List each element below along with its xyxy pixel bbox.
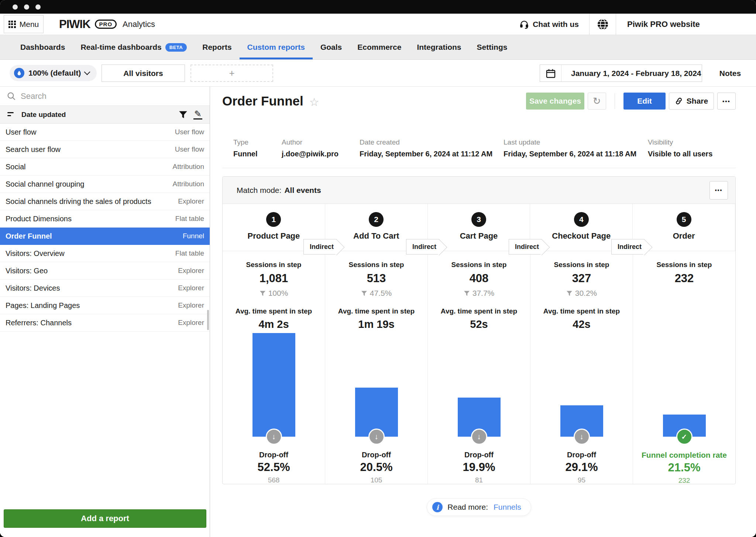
filter-icon[interactable] xyxy=(179,111,188,119)
brand-logo: PIWIK PRO Analytics xyxy=(59,14,155,35)
segment-all-visitors[interactable]: All visitors xyxy=(102,65,185,82)
headset-icon xyxy=(519,20,529,29)
window-control-close[interactable] xyxy=(13,4,18,10)
tab-realtime-dashboards[interactable]: Real-time dashboardsBETA xyxy=(73,35,195,59)
connector-indirect: Indirect xyxy=(611,239,645,254)
add-segment-button[interactable]: + xyxy=(190,65,273,82)
connector-indirect: Indirect xyxy=(509,239,542,254)
sort-label[interactable]: Date updated xyxy=(21,111,66,119)
window-control-minimize[interactable] xyxy=(24,4,29,10)
report-list-item[interactable]: Order Funnel Funnel xyxy=(0,228,210,245)
website-label: Piwik PRO website xyxy=(616,14,700,35)
report-search[interactable]: Search xyxy=(0,87,210,106)
report-list-item[interactable]: Visitors: Overview Flat table xyxy=(0,245,210,262)
reset-icon: ↻ xyxy=(593,96,601,107)
step-number: 1 xyxy=(266,212,281,227)
sessions-value: 408 xyxy=(428,272,530,285)
funnel-column-2: Sessions in step 513 47.5% Avg. time spe… xyxy=(325,251,428,437)
step-header-2: 2Add To Cart xyxy=(325,204,427,241)
edit-pencil-icon[interactable]: ✎ xyxy=(193,110,202,119)
menu-button[interactable]: Menu xyxy=(4,15,44,33)
report-list-item[interactable]: User flow User flow xyxy=(0,124,210,141)
report-list-item[interactable]: Product Dimensions Flat table xyxy=(0,210,210,228)
step-number: 5 xyxy=(677,212,691,227)
date-range-label: January 1, 2024 - February 18, 2024 xyxy=(561,65,701,82)
report-type: User flow xyxy=(175,145,204,153)
funnel-icon xyxy=(361,291,367,296)
more-actions-button[interactable]: ••• xyxy=(717,93,736,110)
meta-last-update: Last updateFriday, September 6, 2024 at … xyxy=(504,138,636,158)
app-window: Menu PIWIK PRO Analytics Chat with us xyxy=(0,0,756,537)
save-changes-button[interactable]: Save changes xyxy=(526,93,584,110)
report-sidebar: Search Date updated ✎ User flow User flo… xyxy=(0,87,210,537)
report-list-item[interactable]: Social Attribution xyxy=(0,158,210,176)
report-type: Explorer xyxy=(178,197,204,205)
report-type: Attribution xyxy=(172,180,204,188)
share-button[interactable]: Share xyxy=(669,93,714,110)
report-list-item[interactable]: Search user flow User flow xyxy=(0,141,210,158)
tab-ecommerce[interactable]: Ecommerce xyxy=(350,35,409,59)
tab-settings[interactable]: Settings xyxy=(469,35,515,59)
step-number: 4 xyxy=(574,212,589,227)
tab-custom-reports[interactable]: Custom reports xyxy=(240,35,313,59)
sidebar-scrollbar[interactable] xyxy=(207,310,209,330)
brand-pro-badge: PRO xyxy=(95,20,117,29)
sessions-value: 327 xyxy=(530,272,633,285)
connector-indirect: Indirect xyxy=(303,239,337,254)
link-icon xyxy=(675,97,683,105)
panel-more-button[interactable]: ••• xyxy=(709,181,728,200)
report-type: Attribution xyxy=(172,163,204,171)
step-header-1: 1Product Page xyxy=(223,204,325,241)
chat-with-us-button[interactable]: Chat with us xyxy=(509,14,589,35)
funnel-bar xyxy=(252,333,295,437)
funnels-link[interactable]: Funnels xyxy=(494,503,521,512)
window-control-zoom[interactable] xyxy=(35,4,41,10)
sessions-value: 513 xyxy=(325,272,427,285)
avg-time-value: 42s xyxy=(530,318,633,330)
report-name: Pages: Landing Pages xyxy=(6,301,80,310)
edit-button[interactable]: Edit xyxy=(623,93,666,110)
read-more-text: Read more: xyxy=(447,503,488,512)
sample-label: 100% (default) xyxy=(28,69,81,77)
read-more-pill: i Read more: Funnels xyxy=(427,498,531,516)
info-icon: i xyxy=(432,502,443,512)
match-mode-bar: Match mode:All events ••• xyxy=(223,177,735,204)
traffic-sample-dropdown[interactable]: 100% (default) xyxy=(10,65,97,81)
tab-reports[interactable]: Reports xyxy=(195,35,239,59)
report-list-item[interactable]: Visitors: Devices Explorer xyxy=(0,280,210,297)
window-titlebar xyxy=(0,0,756,14)
chevron-down-icon xyxy=(84,69,90,75)
report-name: Order Funnel xyxy=(6,232,52,240)
add-report-button[interactable]: Add a report xyxy=(4,509,206,528)
reset-icon-button[interactable]: ↻ xyxy=(588,93,606,110)
notes-button[interactable]: Notes xyxy=(706,65,754,82)
chat-label: Chat with us xyxy=(533,20,579,29)
dropoff-arrow-icon: ↓ xyxy=(266,429,282,445)
report-list-item[interactable]: Social channel grouping Attribution xyxy=(0,176,210,193)
funnel-icon xyxy=(464,291,470,296)
report-list-item[interactable]: Pages: Landing Pages Explorer xyxy=(0,297,210,314)
sort-icon[interactable] xyxy=(7,111,16,118)
report-list-item[interactable]: Social channels driving the sales of pro… xyxy=(0,193,210,210)
tab-dashboards[interactable]: Dashboards xyxy=(13,35,73,59)
report-type: Flat table xyxy=(175,215,204,223)
website-link-box[interactable]: Piwik PRO website xyxy=(589,14,756,35)
report-list-item[interactable]: Referrers: Channels Explorer xyxy=(0,314,210,332)
favorite-star-icon[interactable]: ☆ xyxy=(309,96,319,108)
report-list-toolbar: Date updated ✎ xyxy=(0,106,210,124)
report-list-item[interactable]: Visitors: Geo Explorer xyxy=(0,262,210,280)
funnel-column-1: Sessions in step 1,081 100% Avg. time sp… xyxy=(223,251,325,437)
connector-indirect: Indirect xyxy=(406,239,439,254)
droplet-icon xyxy=(14,68,24,78)
report-type: Explorer xyxy=(178,284,204,292)
report-type: Explorer xyxy=(178,319,204,327)
report-type: Flat table xyxy=(175,249,204,257)
dropoff-arrow-icon: ↓ xyxy=(368,429,385,445)
plus-icon: + xyxy=(229,67,234,79)
date-range-picker[interactable]: January 1, 2024 - February 18, 2024 xyxy=(540,65,702,82)
tab-integrations[interactable]: Integrations xyxy=(409,35,469,59)
calendar-icon xyxy=(546,68,556,79)
dropoff-arrow-icon: ↓ xyxy=(574,429,590,445)
funnel-panel: Match mode:All events ••• 1Product Page … xyxy=(222,176,736,484)
tab-goals[interactable]: Goals xyxy=(313,35,350,59)
